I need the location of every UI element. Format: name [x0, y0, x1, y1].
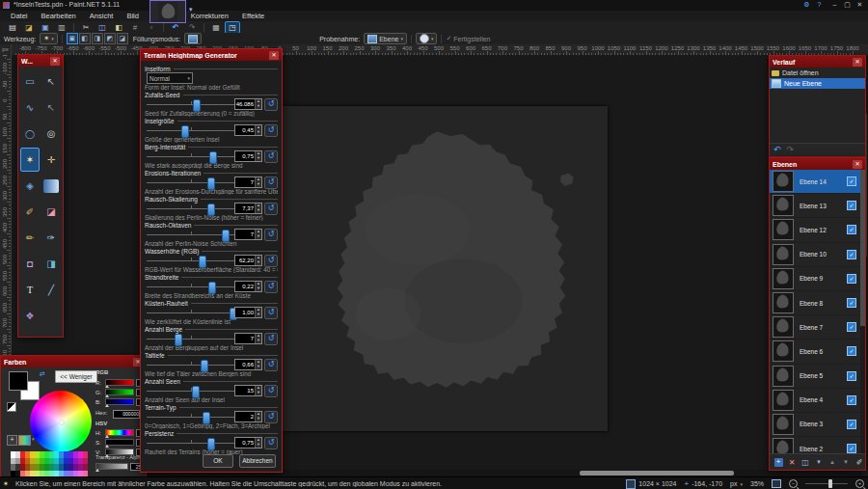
rgb-channel-slider[interactable] — [105, 398, 134, 405]
layer-visibility-checkbox[interactable]: ✓ — [847, 322, 856, 332]
spinner[interactable]: ▲▼ — [255, 151, 261, 161]
spinner[interactable]: ▲▼ — [255, 308, 261, 317]
close-icon[interactable]: ✕ — [50, 57, 60, 66]
value-input[interactable]: 46.086▲▼ — [234, 98, 262, 110]
slider-track[interactable] — [147, 391, 235, 392]
slider-thumb[interactable] — [199, 256, 206, 268]
slider-thumb[interactable] — [209, 151, 217, 164]
close-button[interactable]: ✕ — [854, 0, 866, 10]
history-titlebar[interactable]: Verlauf ✕ — [770, 56, 865, 68]
rgb-channel-slider[interactable] — [105, 389, 134, 395]
alpha-slider[interactable] — [95, 463, 128, 470]
new-file-icon[interactable] — [5, 21, 20, 34]
line-curve-tool[interactable] — [41, 278, 61, 302]
maximize-button[interactable]: ▢ — [841, 0, 854, 10]
layer-visibility-checkbox[interactable]: ✓ — [847, 444, 856, 453]
spinner[interactable]: ▲▼ — [255, 99, 261, 109]
cut-icon[interactable] — [78, 21, 94, 34]
unit-dropdown[interactable]: px ▾ — [730, 480, 743, 487]
value-input[interactable]: 0,45▲▼ — [234, 124, 262, 136]
spinner[interactable]: ▲▼ — [255, 204, 261, 213]
value-input[interactable]: 7▲▼ — [234, 333, 262, 344]
minimize-button[interactable]: – — [828, 0, 841, 10]
tools-window-titlebar[interactable]: W... ✕ — [18, 55, 63, 67]
slider-track[interactable] — [147, 312, 235, 313]
spinner[interactable]: ▲▼ — [255, 334, 261, 343]
reset-button[interactable]: ↺ — [264, 437, 278, 449]
slider-track[interactable] — [147, 130, 235, 131]
reset-button[interactable]: ↺ — [264, 150, 278, 163]
finish-button[interactable]: Fertigstellen — [453, 36, 490, 42]
value-input[interactable]: 0,66▲▼ — [234, 359, 262, 370]
selection-mode-invert[interactable]: ◪ — [117, 33, 128, 44]
primary-color-swatch[interactable] — [9, 371, 28, 391]
slider-track[interactable] — [147, 260, 235, 261]
current-tool-button[interactable]: ✶ ▾ — [40, 33, 57, 44]
spinner-down-icon[interactable]: ▼ — [256, 208, 261, 213]
ellipse-select-tool[interactable] — [20, 122, 40, 146]
gradient-tool[interactable] — [43, 179, 59, 193]
palette-menu-button[interactable] — [18, 435, 31, 446]
layer-row[interactable]: Ebene 6✓ — [770, 340, 865, 364]
magic-wand-tool[interactable] — [20, 148, 40, 172]
zoom-to-window-icon[interactable] — [772, 479, 781, 488]
menu-item-effekte[interactable]: Effekte — [235, 11, 271, 21]
add-layer-icon[interactable] — [773, 456, 784, 468]
layer-row[interactable]: Ebene 9✓ — [770, 267, 865, 291]
slider-thumb[interactable] — [222, 230, 230, 242]
scrollbar-thumb[interactable] — [860, 170, 865, 326]
spinner-down-icon[interactable]: ▼ — [256, 260, 261, 265]
save-file-icon[interactable] — [38, 21, 53, 34]
spinner-down-icon[interactable]: ▼ — [256, 182, 261, 187]
reset-button[interactable]: ↺ — [264, 333, 278, 345]
reset-colors-icon[interactable] — [7, 402, 16, 412]
cancel-button[interactable]: Abbrechen — [239, 454, 276, 468]
slider-thumb[interactable] — [192, 386, 200, 398]
spinner[interactable]: ▲▼ — [255, 386, 261, 395]
recolor-tool[interactable] — [41, 252, 61, 276]
layers-titlebar[interactable]: Ebenen ✕ — [770, 158, 865, 170]
redo-icon[interactable]: ↷ — [787, 145, 795, 154]
rulers-icon[interactable] — [225, 21, 240, 34]
color-picker-tool[interactable] — [41, 226, 61, 250]
paste-icon[interactable] — [111, 21, 126, 34]
open-file-icon[interactable] — [21, 21, 37, 34]
image-canvas[interactable] — [280, 106, 608, 431]
ok-button[interactable]: OK — [203, 454, 233, 468]
layer-visibility-checkbox[interactable]: ✓ — [847, 371, 856, 381]
slider-thumb[interactable] — [201, 360, 208, 372]
layer-visibility-checkbox[interactable]: ✓ — [847, 201, 856, 210]
layer-visibility-checkbox[interactable]: ✓ — [847, 250, 856, 259]
layer-row[interactable]: Ebene 7✓ — [770, 315, 865, 340]
slider-track[interactable] — [147, 339, 235, 340]
rectangle-select-tool[interactable] — [20, 69, 40, 94]
slider-track[interactable] — [147, 286, 235, 287]
reset-button[interactable]: ↺ — [264, 281, 278, 293]
menu-item-bild[interactable]: Bild — [120, 11, 146, 21]
value-input[interactable]: 7,37▲▼ — [234, 203, 262, 214]
zoom-percentage[interactable]: 35% — [750, 480, 764, 487]
hsv-channel-slider[interactable] — [105, 439, 134, 446]
zoom-tool[interactable] — [41, 122, 61, 146]
reset-button[interactable]: ↺ — [264, 307, 278, 319]
layer-properties-icon[interactable] — [854, 456, 865, 468]
spinner[interactable]: ▲▼ — [255, 438, 261, 448]
spinner[interactable]: ▲▼ — [255, 360, 261, 369]
spinner[interactable]: ▲▼ — [255, 282, 261, 291]
reset-button[interactable]: ↺ — [264, 229, 278, 241]
menu-item-ansicht[interactable]: Ansicht — [83, 11, 121, 21]
layer-row[interactable]: Ebene 4✓ — [770, 389, 865, 413]
slider-track[interactable] — [147, 182, 235, 183]
selection-mode-replace[interactable]: ▣ — [67, 33, 78, 44]
colors-titlebar[interactable]: Farben ✕ — [1, 356, 146, 367]
hsv-channel-slider[interactable] — [105, 429, 134, 436]
rgb-channel-slider[interactable] — [105, 379, 134, 386]
paint-bucket-tool[interactable] — [20, 174, 40, 198]
move-layer-down-icon[interactable] — [840, 456, 852, 468]
spinner-down-icon[interactable]: ▼ — [256, 339, 261, 343]
redo-icon[interactable] — [184, 21, 200, 34]
slider-track[interactable] — [147, 365, 235, 366]
selection-mode-subtract[interactable]: ◨ — [92, 33, 103, 44]
shapes-tool[interactable] — [20, 304, 40, 328]
reset-button[interactable]: ↺ — [264, 255, 278, 267]
